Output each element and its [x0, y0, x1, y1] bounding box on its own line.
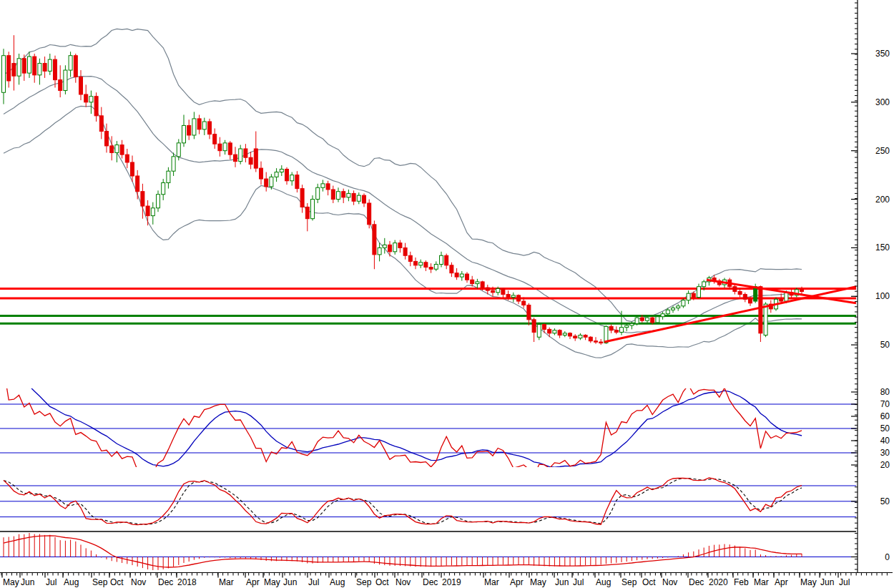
- macd-panel: [4, 533, 802, 570]
- month-label: Jul: [308, 577, 319, 587]
- axis-tick-label: 250: [875, 146, 890, 156]
- axis-tick-label: 100: [875, 291, 890, 301]
- month-label: Nov: [131, 577, 146, 587]
- month-label: 2018: [177, 577, 197, 587]
- month-label: Mar: [484, 577, 499, 587]
- bollinger-bands: [4, 29, 802, 358]
- technical-analysis-chart: 3503002502001501005080706050403020500May…: [0, 0, 894, 588]
- month-label: Jul: [573, 577, 584, 587]
- month-label: Sep: [92, 577, 108, 587]
- axis-tick-label: 0: [885, 552, 890, 562]
- month-label: Apr: [510, 577, 524, 587]
- rsi-line: [4, 368, 802, 480]
- month-label: Mar: [754, 577, 769, 587]
- month-label: Oct: [110, 577, 124, 587]
- month-label: 2020: [709, 577, 728, 587]
- axis-tick-label: 50: [880, 340, 890, 350]
- month-label: Jul: [839, 577, 850, 587]
- month-label: 2019: [442, 577, 461, 587]
- month-label: Nov: [662, 577, 677, 587]
- rsi-panel: [4, 368, 802, 480]
- axis-tick-label: 350: [875, 49, 890, 59]
- axis-tick-label: 80: [880, 387, 890, 397]
- macd-signal-line: [4, 536, 802, 567]
- month-label: Jun: [555, 577, 569, 587]
- axis-tick-label: 300: [875, 97, 890, 107]
- month-label: Jun: [21, 577, 34, 587]
- month-label: Jun: [820, 577, 834, 587]
- month-label: Dec: [158, 577, 173, 587]
- axis-tick-label: 200: [875, 195, 890, 205]
- month-label: Dec: [423, 577, 438, 587]
- month-label: Apr: [246, 577, 260, 587]
- month-label: Sep: [356, 577, 372, 587]
- month-label: Aug: [596, 577, 611, 587]
- month-label: May: [530, 577, 546, 587]
- month-label: Oct: [642, 577, 656, 587]
- stochastic-gridlines: [0, 486, 856, 517]
- axis-tick-label: 20: [880, 460, 890, 470]
- month-label: Jun: [283, 577, 297, 587]
- rsi-signal-line: [4, 368, 802, 467]
- axis-tick-label: 50: [880, 496, 890, 506]
- month-label: Feb: [734, 577, 749, 587]
- month-label: Jul: [46, 577, 57, 587]
- axis-tick-label: 40: [880, 436, 890, 446]
- month-label: Mar: [219, 577, 234, 587]
- right-price-axis: 3503002502001501005080706050403020500: [851, 0, 890, 573]
- axis-tick-label: 50: [880, 423, 890, 433]
- month-label: Aug: [64, 577, 79, 587]
- axis-tick-label: 60: [880, 411, 890, 421]
- month-label: Sep: [622, 577, 637, 587]
- month-label: May: [800, 577, 817, 587]
- axis-tick-label: 30: [880, 448, 890, 458]
- month-label: Dec: [689, 577, 704, 587]
- month-label: May: [264, 577, 280, 587]
- month-label: Nov: [396, 577, 411, 587]
- rsi-gridlines: [0, 404, 856, 453]
- support-resistance-lines: [0, 288, 856, 323]
- bottom-time-axis: MayJunJulAugSepOctNovDec2018MarAprMayJun…: [0, 573, 893, 588]
- axis-tick-label: 150: [875, 242, 890, 253]
- month-label: Aug: [330, 577, 345, 587]
- month-label: Apr: [775, 577, 788, 587]
- month-label: May: [3, 577, 19, 587]
- stock-chart-svg[interactable]: 3503002502001501005080706050403020500May…: [0, 0, 894, 588]
- month-label: Oct: [375, 577, 389, 587]
- axis-tick-label: 70: [880, 399, 890, 409]
